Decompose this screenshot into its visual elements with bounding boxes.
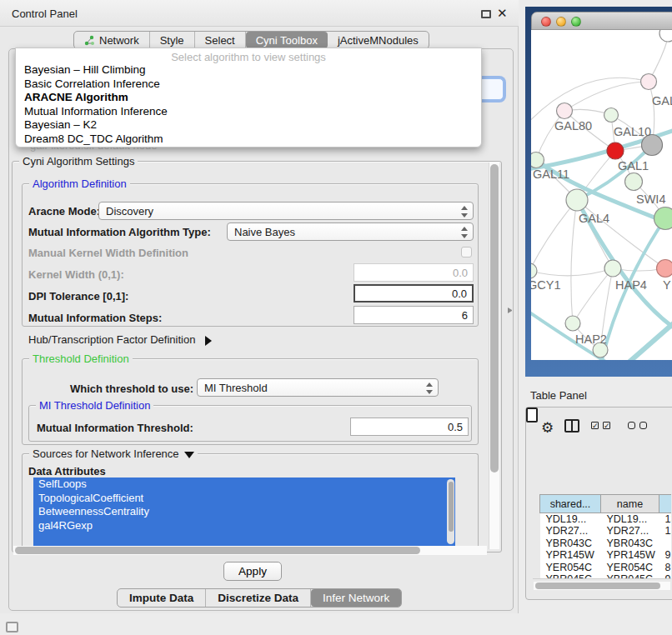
node-label: GAL10 <box>614 125 651 138</box>
expander-right-icon <box>205 336 212 346</box>
table-scroll-area[interactable]: shared... name A YDL19...YDL19...13 YDR2… <box>533 451 671 579</box>
apply-button[interactable]: Apply <box>223 562 282 581</box>
mi-threshold-label: Mutual Information Threshold: <box>37 422 193 434</box>
mi-type-label: Mutual Information Algorithm Type: <box>28 226 211 238</box>
columns-icon[interactable] <box>564 419 579 432</box>
checked-checkbox-icon[interactable]: ✓ <box>603 422 610 429</box>
attributes-scrollbar-thumb[interactable] <box>449 482 454 532</box>
attribute-item[interactable]: gal4RGexp <box>33 519 455 533</box>
unchecked-checkbox-icon[interactable] <box>628 422 635 429</box>
algorithm-option[interactable]: Bayesian – Hill Climbing <box>16 63 481 78</box>
dpi-tolerance-field[interactable]: 0.0 <box>354 284 474 302</box>
aracne-mode-combo[interactable]: Discovery <box>98 202 474 220</box>
attributes-scrollbar[interactable] <box>447 479 454 544</box>
tab-style-label: Style <box>160 34 184 47</box>
mi-threshold-field[interactable]: 0.5 <box>350 418 469 436</box>
table-row[interactable]: YBR043CYBR043C <box>540 538 672 550</box>
table-horizontal-scrollbar[interactable] <box>534 582 670 590</box>
kernel-width-label: Kernel Width (0,1): <box>28 268 124 281</box>
table-horizontal-scrollbar-thumb[interactable] <box>535 582 660 589</box>
manual-kernel-width-checkbox[interactable] <box>461 247 472 258</box>
network-window-titlebar[interactable] <box>531 12 672 30</box>
network-graph: GAL GAL80 GAL10 GAL1 GAL11 SWI4 GAL4 GCY… <box>531 30 672 360</box>
cyni-algorithm-settings-title: Cyni Algorithm Settings <box>19 155 138 168</box>
top-tab-bar: Network Style Select Cyni Toolbox jActiv… <box>73 31 429 49</box>
node-table: shared... name A YDL19...YDL19...13 YDR2… <box>539 494 671 579</box>
column-header-name[interactable]: name <box>601 495 659 513</box>
manual-kernel-width-label: Manual Kernel Width Definition <box>28 247 188 259</box>
node-label: GAL4 <box>579 212 609 225</box>
tab-jactivemnodules[interactable]: jActiveMNodules <box>328 32 429 48</box>
control-panel-title: Control Panel <box>12 8 78 20</box>
node-label: HAP4 <box>615 278 647 292</box>
algorithm-popup-prompt: Select algorithm to view settings <box>16 48 481 63</box>
aracne-mode-label: Aracne Mode: <box>28 205 100 218</box>
document-icon[interactable] <box>526 408 538 422</box>
tab-jactivemnodules-label: jActiveMNodules <box>338 34 419 47</box>
checked-checkbox-icon[interactable]: ✓ <box>591 422 599 429</box>
attribute-item[interactable]: SelfLoops <box>33 478 455 492</box>
splitpane-grabber[interactable] <box>508 308 514 313</box>
control-panel-titlebar <box>0 0 519 27</box>
node-label: SWI4 <box>636 192 665 206</box>
tab-infer-network[interactable]: Infer Network <box>311 589 401 607</box>
mi-type-value: Naive Bayes <box>234 226 295 238</box>
settings-horizontal-scrollbar-thumb[interactable] <box>15 547 420 554</box>
tab-cyni-toolbox[interactable]: Cyni Toolbox <box>246 32 328 48</box>
tab-impute-data-label: Impute Data <box>129 592 193 604</box>
threshold-definition-title: Threshold Definition <box>29 352 133 365</box>
aracne-mode-value: Discovery <box>106 205 153 218</box>
network-icon <box>84 35 95 46</box>
column-header-shared-name[interactable]: shared... <box>540 495 601 513</box>
combo-stepper-icon <box>425 382 434 395</box>
tab-cyni-toolbox-label: Cyni Toolbox <box>256 34 318 47</box>
zoom-traffic-light-icon[interactable] <box>571 17 581 27</box>
tab-select[interactable]: Select <box>195 32 246 48</box>
table-row[interactable]: YDL19...YDL19...13 <box>540 513 672 526</box>
gear-icon[interactable]: ⚙ <box>541 419 554 437</box>
which-threshold-combo[interactable]: MI Threshold <box>197 378 439 397</box>
mi-threshold-group-title: MI Threshold Definition <box>36 399 153 412</box>
expander-down-icon[interactable] <box>184 452 194 458</box>
node-label: GAL1 <box>618 159 649 172</box>
algorithm-option[interactable]: Mutual Information Inference <box>16 105 481 119</box>
algorithm-option[interactable]: Dream8 DC_TDC Algorithm <box>16 132 481 147</box>
network-view-window[interactable]: GAL GAL80 GAL10 GAL1 GAL11 SWI4 GAL4 GCY… <box>525 7 672 377</box>
algorithm-option[interactable]: Bayesian – K2 <box>16 118 481 132</box>
algorithm-definition-title: Algorithm Definition <box>29 178 130 190</box>
unchecked-checkbox-icon[interactable] <box>639 422 647 429</box>
tab-discretize-data[interactable]: Discretize Data <box>206 589 311 607</box>
algorithm-option[interactable]: Basic Correlation Inference <box>16 78 481 92</box>
table-row[interactable]: YDR27...YDR27...12 <box>540 525 672 538</box>
tab-network[interactable]: Network <box>74 32 150 48</box>
kernel-width-field[interactable]: 0.0 <box>354 263 474 282</box>
hub-expander[interactable]: Hub/Transcription Factor Definition <box>28 333 212 346</box>
network-canvas[interactable]: GAL GAL80 GAL10 GAL1 GAL11 SWI4 GAL4 GCY… <box>531 30 672 360</box>
close-traffic-light-icon[interactable] <box>541 17 551 27</box>
mi-type-combo[interactable]: Naive Bayes <box>227 222 474 241</box>
settings-vertical-scrollbar-thumb[interactable] <box>490 164 499 472</box>
column-header-partial[interactable]: A <box>659 495 672 513</box>
which-threshold-label: Which threshold to use: <box>70 382 193 395</box>
node-label: GCY1 <box>531 278 561 292</box>
tab-impute-data[interactable]: Impute Data <box>118 589 206 607</box>
algorithm-option-selected[interactable]: ARACNE Algorithm <box>16 91 481 105</box>
mi-steps-field[interactable]: 6 <box>354 306 474 324</box>
close-icon[interactable]: ✕ <box>497 6 508 21</box>
combo-stepper-icon <box>460 205 469 218</box>
tab-style[interactable]: Style <box>150 32 195 48</box>
table-row[interactable]: YPR145WYPR145W9. <box>540 549 672 562</box>
attribute-item[interactable]: TopologicalCoefficient <box>33 492 455 506</box>
minimize-traffic-light-icon[interactable] <box>556 17 566 27</box>
sources-title-text: Sources for Network Inference <box>33 448 179 460</box>
node-label: Y <box>663 278 671 292</box>
table-row[interactable]: YBR045CYBR045C9. <box>540 573 672 579</box>
docked-panel-icon[interactable] <box>6 622 18 632</box>
node-label: GAL <box>652 94 672 108</box>
attribute-item[interactable]: BetweennessCentrality <box>33 505 455 519</box>
data-attributes-list[interactable]: SelfLoops TopologicalCoefficient Between… <box>33 478 455 546</box>
float-window-icon[interactable] <box>481 10 491 18</box>
table-row[interactable]: YER054CYER054C8. <box>540 562 672 574</box>
combo-stepper-icon <box>460 226 469 239</box>
tab-network-label: Network <box>99 34 139 47</box>
